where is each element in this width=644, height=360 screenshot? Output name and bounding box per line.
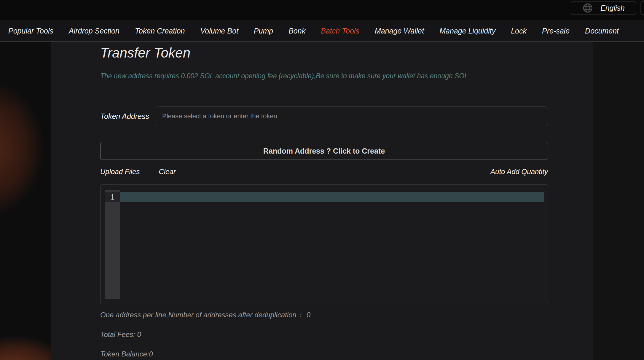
clear-link[interactable]: Clear [159,168,176,176]
left-background-decoration [0,42,51,360]
fee-notice: The new address requires 0.002 SOL accou… [100,72,548,80]
dedup-label: One address per line,Number of addresses… [100,311,304,319]
main-nav: Popular Tools Airdrop Section Token Crea… [0,20,644,42]
upload-files-link[interactable]: Upload Files [100,168,140,176]
total-fees: Total Fees: 0 [100,330,548,339]
divider [100,91,548,91]
auto-add-quantity-link[interactable]: Auto Add Quantity [490,168,548,176]
nav-item-manage-wallet[interactable]: Manage Wallet [375,27,424,35]
main-panel: Transfer Token The new address requires … [51,42,593,360]
token-address-input[interactable] [156,106,548,126]
globe-icon [582,2,593,14]
upload-toolbar: Upload Files Clear Auto Add Quantity [100,165,548,178]
nav-item-pre-sale[interactable]: Pre-sale [542,27,570,35]
nav-item-bonk[interactable]: Bonk [288,27,305,35]
nav-item-lock[interactable]: Lock [511,27,527,35]
nav-item-document[interactable]: Document [585,27,619,35]
topbar: English [0,0,644,20]
nav-item-popular-tools[interactable]: Popular Tools [8,27,53,35]
editor-line-number-gutter [105,190,120,299]
partial-edge-button[interactable] [640,1,644,15]
nav-item-batch-tools[interactable]: Batch Tools [321,27,359,35]
nav-item-token-creation[interactable]: Token Creation [135,27,185,35]
language-label: English [600,4,625,12]
address-list-editor[interactable]: 1 [100,184,548,304]
nav-item-airdrop-section[interactable]: Airdrop Section [69,27,119,35]
token-balance: Token Balance:0 [100,350,548,358]
editor-active-line[interactable] [120,192,544,202]
language-button[interactable]: English [571,1,636,15]
nav-item-volume-bot[interactable]: Volume Bot [200,27,238,35]
random-address-create-button[interactable]: Random Address ? Click to Create [100,142,548,160]
nav-item-pump[interactable]: Pump [254,27,273,35]
token-address-label: Token Address [100,112,156,121]
right-background-decoration [593,42,644,360]
token-address-row: Token Address [100,106,548,126]
page-title: Transfer Token [100,42,548,61]
dedup-summary: One address per line,Number of addresses… [100,311,548,319]
nav-item-manage-liquidity[interactable]: Manage Liquidity [439,27,495,35]
dedup-count: 0 [307,311,310,319]
content-area: Transfer Token The new address requires … [0,42,644,360]
editor-line-number: 1 [105,192,120,202]
